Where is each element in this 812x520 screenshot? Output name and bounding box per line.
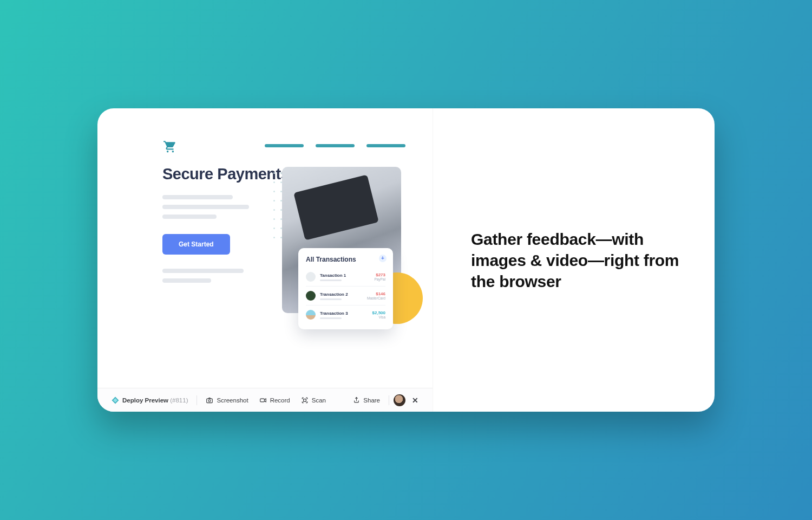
record-button[interactable]: Record [255,393,294,407]
transaction-price: $273 [374,272,385,277]
transaction-price: $2,500 [372,310,385,315]
feedback-toolbar: Deploy Preview (#811) Screenshot Record [97,388,433,412]
promo-card: Secure Payments Online Get Started + A [97,108,715,412]
share-button[interactable]: Share [349,393,384,407]
scan-button[interactable]: Scan [297,393,330,407]
transaction-row[interactable]: Transaction 2$146MasterCard [306,286,385,305]
deploy-label: Deploy Preview [122,397,168,404]
transaction-name: Tansaction 1 [320,273,374,278]
user-avatar[interactable] [394,394,405,406]
svg-rect-2 [207,399,213,403]
transactions-card: + All Transactions Tansaction 1$273PayPa… [298,248,393,329]
camera-icon [206,396,213,404]
decorative-dots [273,172,282,238]
transaction-method: Visa [372,315,385,319]
transaction-avatar [306,272,316,282]
share-label: Share [363,397,380,404]
scan-label: Scan [312,397,326,404]
scan-icon [301,396,309,404]
close-button[interactable]: ✕ [408,394,423,407]
svg-point-3 [209,400,211,402]
screenshot-label: Screenshot [217,397,248,404]
promo-text-panel: Gather feedback—with images & video—righ… [433,108,715,412]
transaction-avatar [306,310,316,320]
transaction-price: $146 [367,291,385,296]
deploy-preview-button[interactable]: Deploy Preview (#811) [107,393,192,407]
transactions-title: All Transactions [306,256,385,263]
add-transaction-button[interactable]: + [379,255,387,262]
transaction-method: PayPal [374,277,385,281]
transaction-name: Transaction 3 [320,311,372,316]
get-started-button[interactable]: Get Started [162,234,230,255]
screenshot-button[interactable]: Screenshot [201,393,252,407]
promo-headline: Gather feedback—with images & video—righ… [471,229,682,292]
hero-imagery: + All Transactions Tansaction 1$273PayPa… [282,167,407,351]
browser-preview-panel: Secure Payments Online Get Started + A [97,108,433,412]
transaction-row[interactable]: Tansaction 1$273PayPal [306,268,385,286]
svg-point-1 [172,151,174,152]
transaction-avatar [306,291,316,301]
transaction-row[interactable]: Transaction 3$2,500Visa [306,305,385,324]
deploy-id: (#811) [170,397,188,404]
record-label: Record [270,397,290,404]
transaction-name: Transaction 2 [320,292,367,297]
share-icon [353,396,360,404]
mock-landing-page: Secure Payments Online Get Started + A [97,108,433,388]
netlify-icon [112,396,119,404]
svg-rect-5 [303,399,306,401]
svg-rect-4 [260,399,264,402]
record-icon [259,396,267,404]
nav-placeholder [265,144,405,147]
transaction-method: MasterCard [367,296,385,300]
svg-point-0 [167,151,168,152]
